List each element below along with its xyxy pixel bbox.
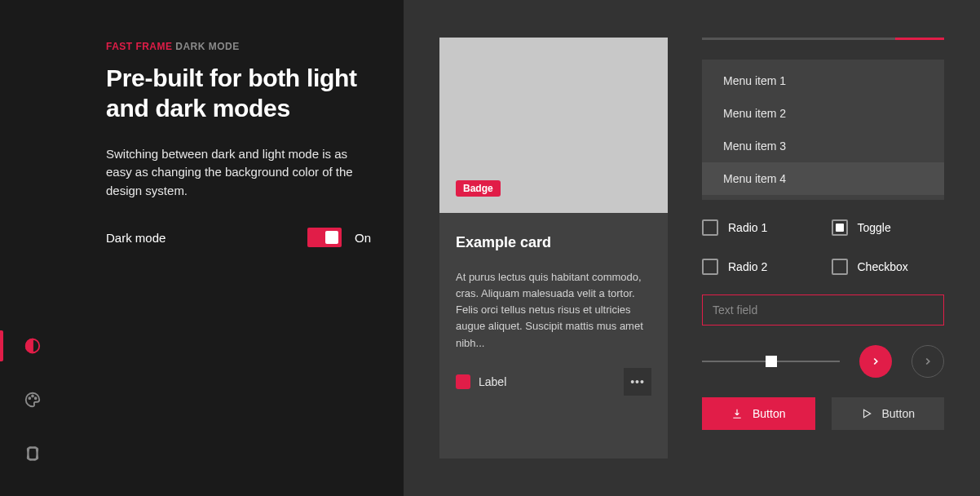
- label-chip: [456, 374, 470, 389]
- toggle-box: [832, 219, 848, 236]
- intro-panel: FAST FRAME DARK MODE Pre-built for both …: [65, 0, 404, 496]
- menu-item-2[interactable]: Menu item 2: [702, 97, 944, 130]
- primary-button[interactable]: Button: [702, 397, 815, 430]
- radio-box: [702, 259, 718, 275]
- card-more-button[interactable]: •••: [624, 368, 651, 396]
- button-row: Button Button: [702, 397, 944, 430]
- slider-thumb[interactable]: [766, 356, 777, 367]
- dark-mode-toggle-row: Dark mode On: [106, 228, 371, 247]
- card-badge: Badge: [456, 180, 501, 197]
- page-subtext: Switching between dark and light mode is…: [106, 145, 371, 201]
- dropdown-menu: Menu item 1 Menu item 2 Menu item 3 Menu…: [702, 60, 944, 200]
- nav-contrast[interactable]: [15, 328, 51, 364]
- radio-1-label: Radio 1: [728, 221, 767, 234]
- primary-button-label: Button: [753, 407, 785, 420]
- dark-mode-switch[interactable]: [307, 228, 342, 247]
- eyebrow-section: DARK MODE: [175, 41, 239, 52]
- nav-cards[interactable]: [15, 436, 51, 472]
- secondary-button[interactable]: Button: [832, 397, 945, 430]
- card-label: Label: [479, 375, 616, 388]
- checkbox-label: Checkbox: [858, 260, 908, 273]
- radio-2-label: Radio 2: [728, 260, 767, 273]
- showcase-panel: Badge Example card At purus lectus quis …: [404, 0, 980, 496]
- nav-palette[interactable]: [15, 382, 51, 418]
- palette-icon: [24, 391, 42, 409]
- eyebrow: FAST FRAME DARK MODE: [106, 41, 371, 52]
- secondary-button-label: Button: [882, 407, 915, 420]
- menu-item-4[interactable]: Menu item 4: [702, 162, 944, 195]
- toggle-control[interactable]: Toggle: [832, 219, 945, 236]
- controls-column: Menu item 1 Menu item 2 Menu item 3 Menu…: [702, 38, 944, 458]
- switch-knob: [325, 231, 338, 244]
- radio-box: [702, 219, 718, 236]
- dark-mode-state: On: [355, 231, 371, 245]
- toggle-label: Toggle: [858, 221, 891, 234]
- checkbox-control[interactable]: Checkbox: [832, 259, 945, 275]
- svg-point-3: [35, 397, 37, 399]
- menu-item-1[interactable]: Menu item 1: [702, 64, 944, 97]
- contrast-icon: [24, 337, 42, 355]
- card-image-placeholder: Badge: [439, 38, 668, 213]
- card-footer: Label •••: [456, 368, 651, 396]
- progress-fill: [895, 38, 944, 40]
- nav-rail: [0, 0, 65, 496]
- form-grid: Radio 1 Toggle Radio 2 Checkbox: [702, 219, 944, 275]
- svg-point-2: [32, 396, 33, 397]
- radio-2[interactable]: Radio 2: [702, 259, 815, 275]
- next-circle-button[interactable]: [859, 345, 892, 378]
- eyebrow-brand: FAST FRAME: [106, 41, 172, 52]
- card-title: Example card: [456, 234, 651, 251]
- download-icon: [731, 408, 743, 419]
- chevron-right-icon: [870, 356, 881, 367]
- card-description: At purus lectus quis habitant commodo, c…: [456, 269, 651, 352]
- dark-mode-label: Dark mode: [106, 231, 294, 245]
- chevron-right-icon: [922, 356, 934, 367]
- next-circle-button-ghost[interactable]: [912, 345, 944, 378]
- page-heading: Pre-built for both light and dark modes: [106, 64, 371, 124]
- svg-point-1: [29, 397, 30, 399]
- menu-item-3[interactable]: Menu item 3: [702, 130, 944, 162]
- cards-icon: [24, 445, 42, 463]
- progress-bar: [702, 38, 944, 40]
- play-icon: [861, 408, 872, 419]
- slider-row: [702, 345, 944, 378]
- text-field[interactable]: [702, 294, 944, 326]
- slider-track[interactable]: [702, 361, 840, 362]
- card-body: Example card At purus lectus quis habita…: [439, 213, 668, 410]
- svg-marker-6: [863, 410, 870, 417]
- more-icon: •••: [630, 375, 645, 388]
- checkbox-box: [832, 259, 848, 275]
- radio-1[interactable]: Radio 1: [702, 219, 815, 236]
- example-card: Badge Example card At purus lectus quis …: [439, 38, 668, 458]
